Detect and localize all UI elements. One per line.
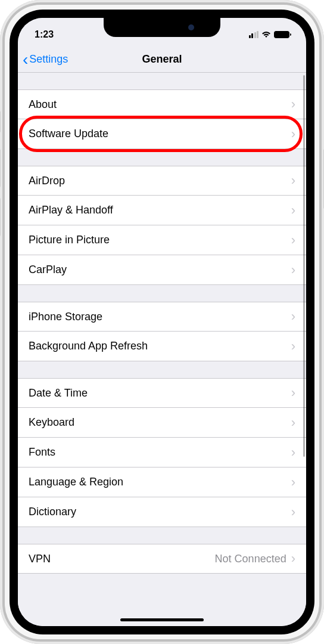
row-about[interactable]: About› (18, 89, 306, 119)
row-label: VPN (29, 553, 215, 565)
cellular-signal-icon (249, 31, 259, 38)
row-software-update[interactable]: Software Update› (18, 119, 306, 149)
row-label: About (29, 98, 291, 111)
row-label: Background App Refresh (29, 340, 291, 352)
wifi-icon (261, 31, 271, 38)
settings-section: iPhone Storage›Background App Refresh› (18, 302, 306, 361)
row-picture-in-picture[interactable]: Picture in Picture› (18, 225, 306, 255)
chevron-left-icon: ‹ (23, 51, 28, 68)
content-scroll[interactable]: About›Software Update›AirDrop›AirPlay & … (18, 73, 306, 626)
settings-section: AirDrop›AirPlay & Handoff›Picture in Pic… (18, 166, 306, 285)
chevron-right-icon: › (291, 340, 295, 353)
row-label: Software Update (29, 128, 291, 140)
row-label: AirPlay & Handoff (29, 204, 291, 216)
chevron-right-icon: › (291, 310, 295, 323)
row-label: Fonts (29, 446, 291, 459)
status-time: 1:23 (35, 29, 54, 39)
chevron-right-icon: › (291, 234, 295, 247)
row-label: iPhone Storage (29, 311, 291, 323)
row-label: Picture in Picture (29, 234, 291, 246)
chevron-right-icon: › (291, 416, 295, 429)
settings-section: Date & Time›Keyboard›Fonts›Language & Re… (18, 378, 306, 527)
settings-section: About›Software Update› (18, 89, 306, 149)
row-iphone-storage[interactable]: iPhone Storage› (18, 302, 306, 332)
notch (104, 18, 220, 37)
row-date-time[interactable]: Date & Time› (18, 378, 306, 408)
chevron-right-icon: › (291, 552, 295, 565)
row-vpn[interactable]: VPNNot Connected› (18, 544, 306, 574)
chevron-right-icon: › (291, 386, 295, 400)
row-airplay-handoff[interactable]: AirPlay & Handoff› (18, 196, 306, 225)
silent-switch (0, 111, 1, 132)
row-label: CarPlay (29, 264, 291, 276)
row-language-region[interactable]: Language & Region› (18, 467, 306, 497)
chevron-right-icon: › (291, 204, 295, 217)
chevron-right-icon: › (291, 128, 295, 141)
volume-up-button (0, 149, 1, 187)
chevron-right-icon: › (291, 264, 295, 277)
row-label: Dictionary (29, 506, 291, 518)
page-title: General (142, 53, 182, 66)
home-indicator[interactable] (120, 618, 204, 621)
chevron-right-icon: › (291, 476, 295, 489)
row-keyboard[interactable]: Keyboard› (18, 408, 306, 438)
row-background-app-refresh[interactable]: Background App Refresh› (18, 332, 306, 361)
battery-icon (274, 31, 289, 38)
volume-down-button (0, 198, 1, 236)
row-carplay[interactable]: CarPlay› (18, 255, 306, 285)
back-label: Settings (29, 53, 68, 66)
chevron-right-icon: › (291, 174, 295, 187)
scroll-indicator (303, 75, 305, 457)
row-label: AirDrop (29, 175, 291, 187)
back-button[interactable]: ‹ Settings (18, 51, 68, 68)
row-label: Date & Time (29, 387, 291, 400)
screen: 1:23 (18, 18, 306, 626)
device-frame: 1:23 (0, 0, 324, 644)
navigation-bar: ‹ Settings General (18, 47, 306, 73)
row-label: Keyboard (29, 416, 291, 429)
row-label: Language & Region (29, 476, 291, 488)
row-fonts[interactable]: Fonts› (18, 438, 306, 467)
row-dictionary[interactable]: Dictionary› (18, 497, 306, 527)
chevron-right-icon: › (291, 506, 295, 519)
settings-section: VPNNot Connected› (18, 544, 306, 574)
front-camera (188, 24, 194, 30)
chevron-right-icon: › (291, 98, 295, 111)
row-airdrop[interactable]: AirDrop› (18, 166, 306, 196)
chevron-right-icon: › (291, 446, 295, 459)
row-value: Not Connected (215, 553, 286, 565)
